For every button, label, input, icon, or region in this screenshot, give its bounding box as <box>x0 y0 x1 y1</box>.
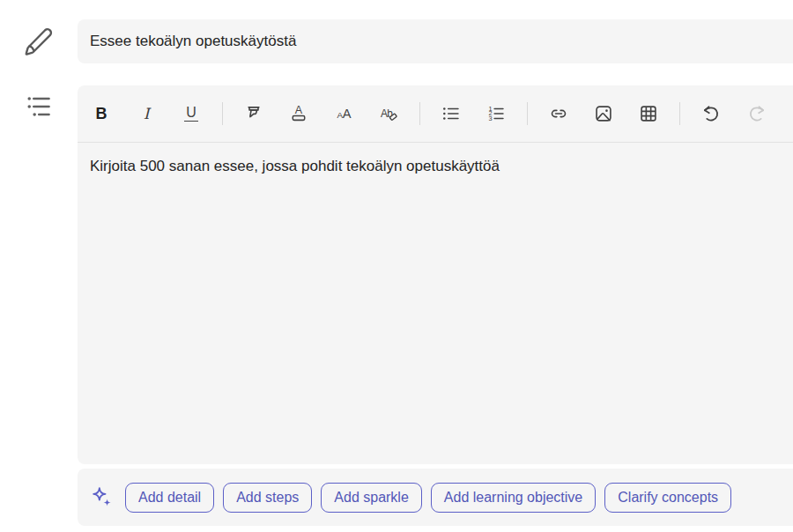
bulleted-list-icon <box>440 102 463 125</box>
font-size-icon: A A <box>332 102 355 125</box>
font-color-button[interactable]: A <box>285 100 313 128</box>
add-detail-button[interactable]: Add detail <box>125 483 214 513</box>
clarify-concepts-button[interactable]: Clarify concepts <box>604 483 731 513</box>
redo-button <box>742 100 770 128</box>
undo-icon <box>700 102 723 126</box>
insert-table-button[interactable] <box>634 100 663 128</box>
numbered-list-button[interactable]: 1 2 3 <box>482 100 510 128</box>
toolbar-separator <box>679 102 680 125</box>
clear-formatting-icon: A b <box>377 102 400 125</box>
add-learning-objective-button[interactable]: Add learning objective <box>431 483 596 513</box>
toolbar-separator <box>222 102 223 125</box>
clear-formatting-button[interactable]: A b <box>374 100 403 128</box>
title-row <box>0 19 793 63</box>
sparkle-icon <box>90 485 115 510</box>
bold-button[interactable]: B <box>87 100 115 128</box>
assist-gutter <box>0 469 78 526</box>
underline-button[interactable]: U <box>177 100 205 128</box>
undo-button[interactable] <box>697 100 725 128</box>
svg-text:A: A <box>295 104 303 116</box>
insert-image-button[interactable] <box>589 100 618 128</box>
title-input[interactable] <box>78 19 793 63</box>
italic-icon: I <box>144 105 150 122</box>
image-icon <box>592 102 615 125</box>
toolbar-separator <box>419 102 420 125</box>
add-steps-button[interactable]: Add steps <box>223 483 312 513</box>
table-icon <box>637 102 660 125</box>
formatting-toolbar: B I U A <box>78 85 793 143</box>
svg-text:A: A <box>343 107 352 121</box>
insert-link-button[interactable] <box>545 100 573 128</box>
link-icon <box>547 102 570 125</box>
instructions-list-icon <box>24 92 54 122</box>
editor-row: B I U A <box>0 85 793 464</box>
instructions-editor[interactable]: Kirjoita 500 sanan essee, jossa pohdit t… <box>78 143 793 464</box>
add-sparkle-button[interactable]: Add sparkle <box>321 483 422 513</box>
assist-row: Add detail Add steps Add sparkle Add lea… <box>0 469 793 526</box>
font-size-button[interactable]: A A <box>330 100 358 128</box>
highlight-button[interactable] <box>240 100 268 128</box>
ai-assist-bar: Add detail Add steps Add sparkle Add lea… <box>78 469 793 526</box>
font-color-icon: A <box>287 102 310 125</box>
toolbar-separator <box>527 102 528 125</box>
editor-gutter <box>0 85 78 464</box>
rich-text-editor: B I U A <box>78 85 793 464</box>
bulleted-list-button[interactable] <box>437 100 465 128</box>
highlighter-icon <box>242 102 265 125</box>
numbered-list-icon: 1 2 3 <box>485 102 508 125</box>
title-gutter <box>0 19 78 63</box>
svg-text:3: 3 <box>488 115 492 122</box>
redo-icon <box>745 102 768 126</box>
edit-pencil-icon <box>22 25 56 58</box>
underline-icon: U <box>184 106 198 122</box>
bold-icon: B <box>96 105 107 123</box>
italic-button[interactable]: I <box>132 100 160 128</box>
